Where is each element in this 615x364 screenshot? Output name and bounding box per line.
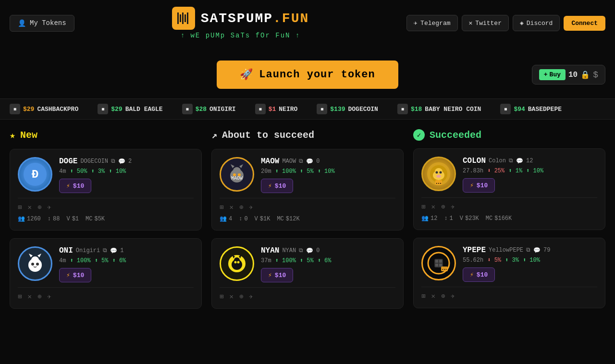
colon-volume: $23K: [465, 215, 479, 222]
svg-rect-42: [435, 260, 438, 263]
website-icon[interactable]: ⊞: [220, 203, 223, 211]
mc-label: MC: [486, 215, 492, 222]
svg-point-33: [435, 168, 443, 175]
svg-rect-44: [435, 264, 438, 267]
globe-icon[interactable]: ⊕: [441, 203, 445, 211]
maow-buy-label: $10: [275, 182, 286, 190]
copy-icon[interactable]: ⧉: [103, 247, 107, 254]
ticker-icon: ◼: [98, 104, 108, 114]
lock-icon: 🔒: [580, 70, 590, 80]
holders-icon: 👥: [220, 215, 227, 222]
oni-social-row: ⊞ ✕ ⊕ ✈: [18, 287, 194, 301]
new-section: ★ New Ð DOGE DOGECOIN ⧉ 💬: [10, 129, 202, 316]
doge-buy-button[interactable]: ⚡ $10: [59, 179, 91, 193]
oni-perf2: ⬆ 5%: [95, 257, 109, 264]
doge-symbol: DOGECOIN: [80, 158, 108, 165]
telegram-social-icon[interactable]: ✈: [451, 292, 455, 300]
nyan-buy-button[interactable]: ⚡ $10: [261, 268, 293, 282]
doge-age: 4m: [59, 168, 66, 175]
twitter-button[interactable]: ✕ Twitter: [462, 15, 509, 31]
buy-widget: + Buy 10 🔒 $: [532, 65, 605, 85]
nyan-social-row: ⊞ ✕ ⊕ ✈: [220, 287, 395, 301]
ypepe-age: 55.62h: [463, 257, 483, 264]
doge-name: DOGE: [59, 157, 77, 166]
globe-icon[interactable]: ⊕: [37, 292, 41, 301]
ticker-item: ◼ $29 CASHBACKPRO: [10, 104, 78, 114]
colon-buy-button[interactable]: ⚡ $10: [463, 178, 495, 193]
colon-avatar: ▪▪▪: [421, 157, 456, 191]
ticker-price: $1: [269, 106, 276, 113]
telegram-social-icon[interactable]: ✈: [47, 292, 51, 301]
copy-icon[interactable]: ⧉: [509, 158, 513, 164]
ticker-price: $28: [196, 106, 207, 113]
twitter-social-icon[interactable]: ✕: [431, 203, 435, 211]
svg-rect-43: [439, 260, 442, 263]
oni-card[interactable]: ONI Onigiri ⧉ 💬 1 4m ⬆ 100% ⬆ 5% ⬆ 6% ⚡: [10, 238, 202, 309]
mc-label: MC: [86, 216, 92, 222]
my-tokens-button[interactable]: 👤 My Tokens: [10, 15, 74, 32]
twitter-social-icon[interactable]: ✕: [27, 203, 31, 211]
globe-icon[interactable]: ⊕: [441, 292, 445, 300]
copy-icon[interactable]: ⧉: [299, 247, 303, 254]
telegram-button[interactable]: ✈ Telegram: [406, 15, 457, 31]
discord-button[interactable]: ◈ Discord: [513, 15, 560, 31]
ypepe-buy-button[interactable]: ⚡ $10: [463, 267, 495, 282]
ypepe-buy-label: $10: [477, 271, 488, 279]
user-icon: 👤: [18, 19, 26, 27]
ticker-icon: ◼: [397, 104, 408, 114]
ticker-name: DOGECOIN: [348, 106, 378, 113]
globe-icon[interactable]: ⊕: [239, 203, 243, 211]
ticker-price: $139: [330, 106, 345, 113]
telegram-social-icon[interactable]: ✈: [249, 203, 253, 211]
colon-trades: 1: [450, 215, 453, 222]
telegram-social-icon[interactable]: ✈: [47, 203, 51, 211]
website-icon[interactable]: ⊞: [18, 203, 22, 211]
svg-point-35: [440, 171, 442, 174]
comment-icon: 💬: [516, 158, 523, 165]
globe-icon[interactable]: ⊕: [239, 292, 243, 301]
ticker-price: $94: [514, 106, 525, 113]
logo-icon: [172, 7, 195, 30]
ticker-icon: ◼: [500, 104, 511, 114]
oni-comments: 1: [120, 247, 123, 254]
colon-perf3: ⬆ 10%: [526, 167, 543, 174]
launch-token-button[interactable]: 🚀 Launch your token: [217, 61, 398, 89]
nyan-comments: 0: [316, 247, 320, 254]
nyan-perf1: ⬆ 100%: [275, 257, 296, 264]
oni-buy-button[interactable]: ⚡ $10: [59, 268, 91, 282]
website-icon[interactable]: ⊞: [421, 203, 425, 211]
twitter-social-icon[interactable]: ✕: [27, 292, 31, 301]
connect-button[interactable]: Connect: [564, 16, 605, 31]
ypepe-card[interactable]: ▪▪▪ YPEPE YellowPEPE ⧉ 💬 79 55.62h ⬇ 5% …: [413, 238, 605, 308]
twitter-social-icon[interactable]: ✕: [229, 203, 233, 211]
website-icon[interactable]: ⊞: [220, 292, 223, 301]
telegram-social-icon[interactable]: ✈: [451, 203, 455, 211]
nyan-card[interactable]: NYAN NYAN ⧉ 💬 0 37m ⬆ 100% ⬆ 5% ⬆ 6% ⚡: [211, 238, 404, 309]
volume-label: V: [460, 215, 463, 222]
twitter-social-icon[interactable]: ✕: [431, 292, 435, 300]
copy-icon[interactable]: ⧉: [299, 158, 303, 165]
ypepe-comments: 79: [543, 247, 550, 254]
telegram-social-icon[interactable]: ✈: [249, 292, 253, 301]
ypepe-perf2: ⬆ 3%: [505, 256, 519, 264]
nyan-perf2: ⬆ 5%: [300, 257, 314, 264]
maow-perf1: ⬆ 100%: [275, 168, 296, 175]
maow-card[interactable]: MAOW MAOW MAOW ⧉ 💬 0 20m ⬆ 100% ⬆ 5%: [211, 149, 404, 231]
doge-card[interactable]: Ð DOGE DOGECOIN ⧉ 💬 2 4m ⬆ 50% ⬆ 3%: [10, 149, 202, 231]
ticker-price: $29: [111, 106, 122, 113]
twitter-social-icon[interactable]: ✕: [229, 292, 233, 301]
oni-perf3: ⬆ 6%: [112, 257, 126, 264]
check-icon: ✓: [413, 129, 425, 141]
trades-icon: ↕: [48, 216, 51, 222]
dollar-icon: $: [593, 70, 598, 80]
colon-card[interactable]: ▪▪▪ COLON Colon ⧉ 💬 12 27.83h ⬇ 25% ⬆ 1%: [413, 148, 605, 230]
copy-icon[interactable]: ⧉: [111, 158, 115, 165]
copy-icon[interactable]: ⧉: [526, 247, 530, 254]
maow-comments: 0: [316, 158, 320, 165]
maow-buy-button[interactable]: ⚡ $10: [261, 179, 293, 193]
website-icon[interactable]: ⊞: [421, 292, 425, 300]
website-icon[interactable]: ⊞: [18, 292, 22, 301]
buy-button[interactable]: + Buy: [539, 69, 566, 80]
globe-icon[interactable]: ⊕: [37, 203, 41, 211]
bolt-icon: ⚡: [66, 271, 70, 279]
